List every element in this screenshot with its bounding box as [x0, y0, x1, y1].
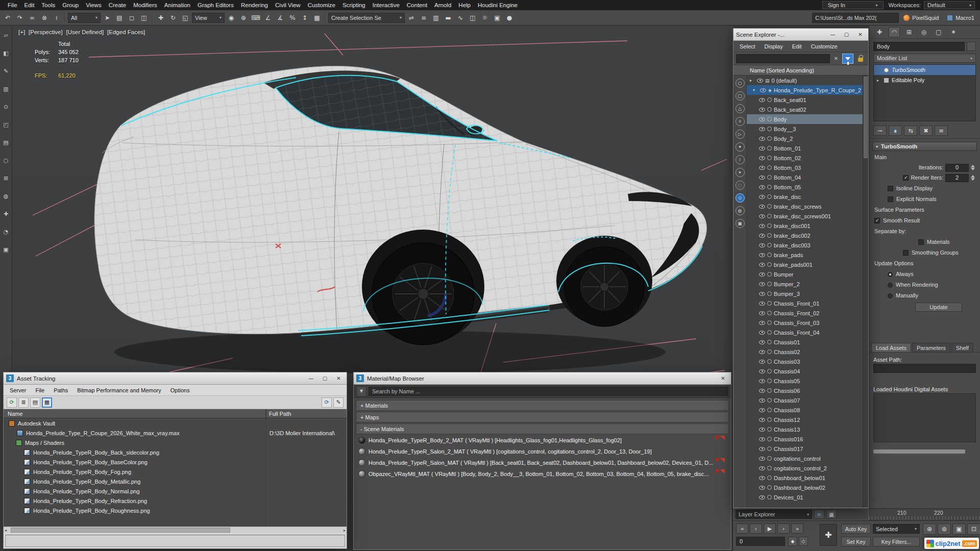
menu-item[interactable]: Help: [455, 0, 474, 10]
visibility-eye-icon[interactable]: [759, 350, 765, 354]
scene-explorer-row[interactable]: brake_disc003: [747, 240, 863, 250]
scene-explorer-row[interactable]: Chassis_Front_03: [747, 318, 863, 328]
search-by-name-input[interactable]: Search by Name ...: [369, 387, 728, 396]
scene-explorer-row[interactable]: Chassis12: [747, 415, 863, 424]
select-object-icon[interactable]: ➤: [102, 12, 113, 23]
scene-explorer-row[interactable]: Chassis016: [747, 434, 863, 444]
named-selection-sets-icon[interactable]: ▦: [311, 12, 323, 23]
material-group-row[interactable]: + Materials: [356, 400, 729, 411]
visibility-eye-icon[interactable]: [759, 195, 765, 199]
display-spacewarps-icon[interactable]: ≀: [736, 155, 745, 164]
search-input[interactable]: [736, 54, 830, 63]
named-selection-set-dropdown[interactable]: Create Selection Se▾: [328, 13, 405, 23]
scroll-right-icon[interactable]: ▸: [344, 528, 346, 533]
table-view-icon[interactable]: ▦: [42, 397, 52, 408]
menu-item[interactable]: Rendering: [237, 0, 272, 10]
menu-item[interactable]: Arnold: [431, 0, 455, 10]
spinner-arrows[interactable]: [971, 175, 975, 181]
hierarchy-tab-icon[interactable]: ⊞: [903, 27, 915, 37]
horizontal-scrollbar[interactable]: ◂ ▸: [4, 527, 347, 533]
configure-modifier-sets-icon[interactable]: ≡: [935, 126, 948, 136]
display-cameras-icon[interactable]: ▷: [736, 130, 745, 139]
use-pivot-center-icon[interactable]: ◉: [226, 12, 237, 23]
scene-explorer-row[interactable]: Dashboard_below01: [747, 473, 863, 483]
zoom-icon[interactable]: ⊕: [923, 523, 936, 535]
select-and-move-icon[interactable]: ✚: [155, 12, 166, 23]
create-tab-icon[interactable]: ✚: [874, 27, 885, 37]
reference-coordinate-dropdown[interactable]: View▾: [192, 13, 225, 23]
render-iters-checkbox[interactable]: [903, 175, 909, 181]
menu-item[interactable]: Content: [403, 0, 431, 10]
left-toolbar-icon-5[interactable]: ⊙: [2, 102, 11, 111]
display-tab-icon[interactable]: ▢: [933, 27, 944, 37]
current-frame-field[interactable]: 0: [736, 537, 785, 546]
align-icon[interactable]: ≡: [418, 12, 429, 23]
left-toolbar-icon-13[interactable]: ▣: [2, 245, 11, 254]
material-row[interactable]: Obpazec_VRayMtl_MAT ( VRayMtl ) [Body, B…: [356, 468, 729, 479]
visibility-eye-icon[interactable]: [759, 185, 765, 189]
visibility-eye-icon[interactable]: [759, 418, 765, 422]
modifier-stack-row[interactable]: ▸ Editable Poly: [874, 75, 975, 85]
visibility-eye-icon[interactable]: [759, 117, 765, 121]
visibility-eye-icon[interactable]: [759, 311, 765, 315]
scene-explorer-row[interactable]: Bumper_3: [747, 289, 863, 298]
menu-item[interactable]: Scripting: [339, 0, 369, 10]
visibility-eye-icon[interactable]: [759, 98, 765, 102]
scene-explorer-row[interactable]: Chassis_Front_04: [747, 328, 863, 337]
material-row[interactable]: Honda_Prelude_TypeR_Salon_2_MAT ( VRayMt…: [356, 446, 729, 457]
make-unique-icon[interactable]: ⇆: [904, 126, 917, 136]
percent-snap-icon[interactable]: %: [287, 12, 298, 23]
display-shapes-icon[interactable]: △: [736, 104, 745, 113]
left-toolbar-icon-6[interactable]: ◰: [2, 120, 11, 129]
scene-explorer-row[interactable]: 0 (default): [747, 76, 863, 85]
display-particles-icon[interactable]: ✶: [736, 168, 745, 177]
pin-stack-icon[interactable]: ⊸: [873, 126, 887, 136]
material-row[interactable]: Honda_Prelude_TypeR_Salon_MAT ( VRayMtl …: [356, 457, 729, 468]
rendered-frame-icon[interactable]: ▣: [492, 12, 503, 23]
visibility-eye-icon[interactable]: [759, 243, 765, 247]
refresh-tracking-icon[interactable]: ⟳: [7, 397, 17, 408]
edit-paths-icon[interactable]: ✎: [333, 397, 344, 408]
visibility-eye-icon[interactable]: [760, 88, 766, 92]
scene-explorer-row[interactable]: Honda_Prelude_Type_R_Coupe_2: [747, 85, 863, 95]
scene-explorer-row[interactable]: brake_disc_screws001: [747, 211, 863, 221]
material-row[interactable]: Honda_Prelude_TypeR_Body_2_MAT ( VRayMtl…: [356, 435, 729, 445]
selection-filter-dropdown[interactable]: All▾: [68, 13, 101, 23]
visibility-eye-icon[interactable]: [759, 234, 765, 238]
visibility-eye-icon[interactable]: [759, 447, 765, 451]
key-mode-icon[interactable]: ◇: [799, 537, 808, 546]
snaps-toggle-icon[interactable]: ∠: [262, 12, 274, 23]
Honda_Prelude_TypeR_Body_Refraction.png[interactable]: Honda_Prelude_TypeR_Body_Refraction.png: [4, 496, 347, 506]
expand-caret-icon[interactable]: [750, 78, 755, 83]
select-and-manipulate-icon[interactable]: ⊕: [238, 12, 249, 23]
scene-explorer-menu[interactable]: Customize: [807, 43, 842, 49]
maximize-icon[interactable]: ▢: [841, 30, 852, 39]
menu-item[interactable]: Tools: [38, 0, 59, 10]
when-rendering-radio[interactable]: [888, 283, 893, 288]
explorer-mode-dropdown[interactable]: Layer Explorer ▾: [736, 510, 812, 519]
visibility-eye-icon[interactable]: [759, 263, 765, 267]
add-time-tag-button[interactable]: ✚: [820, 524, 837, 546]
scene-explorer-row[interactable]: Chassis03: [747, 357, 863, 366]
spinner-snap-icon[interactable]: ↕: [299, 12, 310, 23]
display-bones-icon[interactable]: ◌: [736, 181, 745, 190]
asset-tracking-titlebar[interactable]: 3 Asset Tracking — ▢ ✕: [4, 372, 347, 385]
layer-explorer-icon[interactable]: ▥: [430, 12, 442, 23]
visibility-eye-icon[interactable]: [759, 457, 765, 461]
update-assets-icon[interactable]: ⟳: [322, 397, 332, 408]
set-key-button[interactable]: Set Key: [841, 537, 871, 546]
menu-item[interactable]: Group: [59, 0, 82, 10]
visibility-eye-icon[interactable]: [759, 176, 765, 180]
left-toolbar-icon-10[interactable]: ◍: [2, 191, 11, 201]
Maps / Shaders[interactable]: Maps / Shaders: [4, 438, 347, 447]
browser-options-icon[interactable]: ▼: [356, 386, 366, 396]
visibility-eye-icon[interactable]: [759, 205, 765, 209]
maximize-icon[interactable]: ▢: [320, 374, 330, 383]
menu-item[interactable]: Animation: [161, 0, 194, 10]
display-none-icon[interactable]: ○: [736, 79, 745, 88]
scroll-left-icon[interactable]: ◂: [5, 528, 7, 533]
menu-item[interactable]: Modifiers: [130, 0, 161, 10]
asset-tracking-menu[interactable]: Server: [6, 387, 30, 393]
visibility-eye-icon[interactable]: [759, 389, 765, 393]
object-name-field[interactable]: Body: [873, 42, 965, 51]
